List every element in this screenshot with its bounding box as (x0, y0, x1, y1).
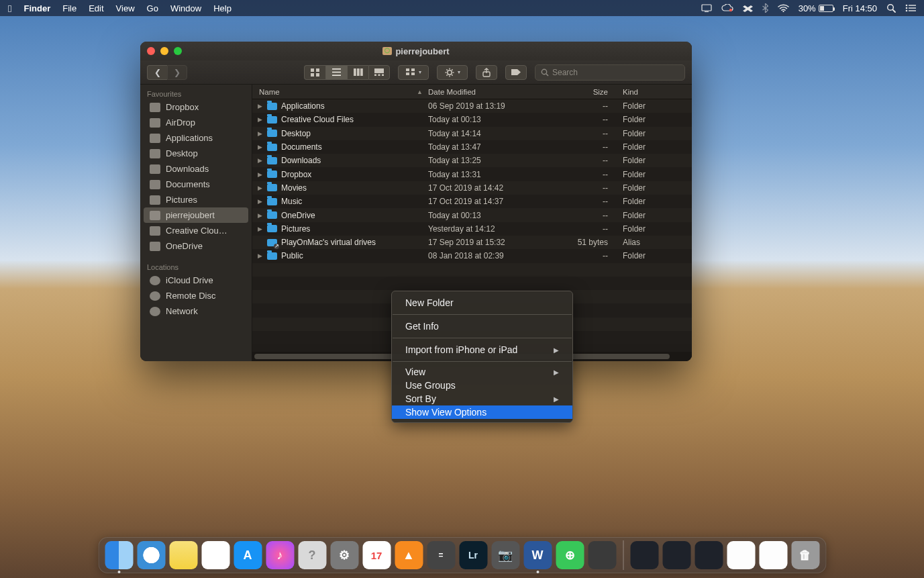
gallery-view-button[interactable] (368, 65, 390, 80)
file-row[interactable]: ▶PicturesYesterday at 14:12--Folder (252, 222, 692, 236)
disclosure-triangle-icon[interactable]: ▶ (258, 212, 263, 219)
disclosure-triangle-icon[interactable]: ▶ (258, 185, 263, 191)
file-row[interactable]: ▶Music17 Oct 2019 at 14:37--Folder (252, 195, 692, 208)
sidebar-item-network[interactable]: Network (140, 303, 252, 319)
disclosure-triangle-icon[interactable]: ▶ (258, 130, 263, 137)
sidebar-item-creative-clou-[interactable]: Creative Clou… (140, 223, 252, 238)
icon-view-button[interactable] (304, 65, 325, 80)
dock-minimized-window-4[interactable] (727, 541, 755, 569)
dock-calculator-icon[interactable]: = (427, 541, 455, 569)
sidebar-item-documents[interactable]: Documents (140, 177, 252, 192)
dock-sysprefs-icon[interactable]: ⚙ (330, 541, 358, 569)
dock-calendar-icon[interactable]: 17 (362, 541, 391, 569)
creative-cloud-icon[interactable] (721, 4, 733, 12)
disclosure-triangle-icon[interactable]: ▶ (258, 116, 263, 123)
file-row[interactable]: ▶OneDriveToday at 00:13--Folder (252, 208, 692, 222)
sidebar-item-onedrive[interactable]: OneDrive (140, 238, 252, 254)
window-close-button[interactable] (147, 47, 155, 55)
list-view-button[interactable] (325, 65, 347, 80)
share-button[interactable] (476, 65, 497, 80)
file-row[interactable]: ▶Public08 Jan 2018 at 02:39--Folder (252, 249, 692, 262)
apple-menu-icon[interactable]:  (8, 3, 11, 14)
menu-item-use-groups[interactable]: Use Groups (392, 379, 572, 392)
sidebar-item-pierrejoubert[interactable]: pierrejoubert (144, 207, 248, 223)
menu-help[interactable]: Help (213, 3, 232, 13)
column-view-button[interactable] (347, 65, 368, 80)
file-row[interactable]: ▶Movies17 Oct 2019 at 14:42--Folder (252, 181, 692, 195)
window-minimize-button[interactable] (160, 47, 168, 55)
forward-button[interactable]: ❯ (167, 65, 187, 80)
menu-window[interactable]: Window (170, 3, 201, 13)
window-zoom-button[interactable] (174, 47, 182, 55)
dock-photos-icon[interactable]: ✿ (201, 541, 229, 569)
tags-button[interactable] (505, 65, 527, 80)
menu-item-view[interactable]: View▶ (392, 365, 572, 379)
dock-safari-icon[interactable] (137, 541, 165, 569)
column-kind[interactable]: Kind (619, 88, 692, 96)
dock-vlc-icon[interactable]: ▲ (395, 541, 423, 569)
titlebar[interactable]: pierrejoubert (140, 42, 692, 60)
menu-item-get-info[interactable]: Get Info (392, 318, 572, 334)
file-row[interactable]: ▶Creative Cloud FilesToday at 00:13--Fol… (252, 113, 692, 126)
file-row[interactable]: ▶DownloadsToday at 13:25--Folder (252, 154, 692, 167)
dock-lightroom-icon[interactable]: Lr (459, 541, 487, 569)
menu-edit[interactable]: Edit (89, 3, 103, 13)
disclosure-triangle-icon[interactable]: ▶ (258, 144, 263, 150)
dock-minimized-window-2[interactable] (662, 541, 690, 569)
group-by-button[interactable]: ▾ (398, 65, 429, 80)
dock-minimized-window-5[interactable] (759, 541, 787, 569)
spotlight-icon[interactable] (886, 3, 896, 13)
dock-app-icon[interactable] (588, 541, 616, 569)
battery-status[interactable]: 30% (799, 3, 833, 13)
sidebar-item-pictures[interactable]: Pictures (140, 192, 252, 207)
dock-appstore-icon[interactable]: A (234, 541, 262, 569)
disclosure-triangle-icon[interactable]: ▶ (258, 157, 263, 164)
bluetooth-icon[interactable] (762, 3, 768, 13)
display-icon[interactable] (701, 4, 712, 12)
dropbox-tray-icon[interactable] (743, 4, 753, 13)
dock-word-icon[interactable]: W (523, 541, 552, 569)
dock-minimized-window-3[interactable] (695, 541, 723, 569)
file-row[interactable]: ▶DropboxToday at 13:31--Folder (252, 167, 692, 181)
menu-item-sort-by[interactable]: Sort By▶ (392, 392, 572, 405)
menu-view[interactable]: View (116, 3, 135, 13)
dock-minimized-window-1[interactable] (630, 541, 658, 569)
dock-help-icon[interactable]: ? (298, 541, 326, 569)
file-row[interactable]: ▶DesktopToday at 14:14--Folder (252, 127, 692, 140)
sidebar-item-dropbox[interactable]: Dropbox (140, 99, 252, 115)
column-name[interactable]: Name▲ (252, 88, 428, 96)
sidebar-item-icloud-drive[interactable]: iCloud Drive (140, 273, 252, 288)
dock-camera-icon[interactable]: 📷 (491, 541, 519, 569)
search-field[interactable]: Search (535, 64, 685, 81)
disclosure-triangle-icon[interactable]: ▶ (258, 252, 263, 259)
dock-itunes-icon[interactable]: ♪ (266, 541, 294, 569)
sidebar-item-desktop[interactable]: Desktop (140, 146, 252, 161)
sidebar-item-applications[interactable]: Applications (140, 130, 252, 146)
app-menu[interactable]: Finder (23, 3, 50, 13)
disclosure-triangle-icon[interactable]: ▶ (258, 171, 263, 178)
sidebar-item-remote-disc[interactable]: Remote Disc (140, 288, 252, 303)
wifi-icon[interactable] (778, 4, 789, 12)
dock-finder-icon[interactable] (105, 541, 133, 569)
column-date[interactable]: Date Modified (428, 88, 556, 96)
menu-item-new-folder[interactable]: New Folder (392, 295, 572, 311)
sidebar-item-downloads[interactable]: Downloads (140, 161, 252, 177)
control-center-icon[interactable] (905, 4, 916, 12)
back-button[interactable]: ❮ (147, 65, 167, 80)
dock-trash-icon[interactable]: 🗑 (791, 541, 819, 569)
file-row[interactable]: ▶DocumentsToday at 13:47--Folder (252, 140, 692, 154)
menu-file[interactable]: File (62, 3, 76, 13)
menu-item-show-view-options[interactable]: Show View Options (392, 405, 572, 419)
dock-notes-icon[interactable] (169, 541, 197, 569)
file-row[interactable]: ▶Applications06 Sep 2019 at 13:19--Folde… (252, 99, 692, 113)
disclosure-triangle-icon[interactable]: ▶ (258, 103, 263, 109)
clock[interactable]: Fri 14:50 (843, 3, 877, 13)
disclosure-triangle-icon[interactable]: ▶ (258, 226, 263, 232)
file-row[interactable]: ▶PlayOnMac's virtual drives17 Sep 2019 a… (252, 236, 692, 249)
column-size[interactable]: Size (556, 88, 619, 96)
menu-go[interactable]: Go (147, 3, 158, 13)
disclosure-triangle-icon[interactable]: ▶ (258, 198, 263, 205)
sidebar-item-airdrop[interactable]: AirDrop (140, 115, 252, 130)
menu-item-import-from-iphone-or-ipad[interactable]: Import from iPhone or iPad▶ (392, 342, 572, 358)
dock-maps-icon[interactable]: ⊕ (556, 541, 584, 569)
